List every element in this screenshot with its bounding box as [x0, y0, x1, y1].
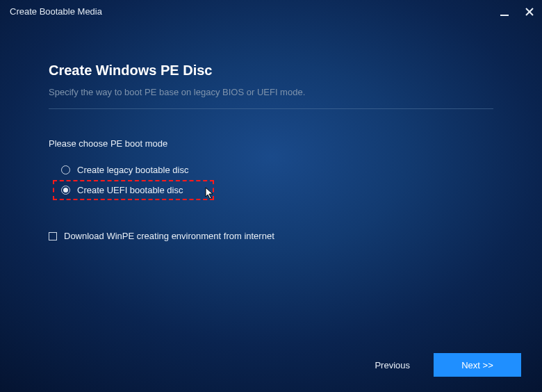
radio-icon: [61, 165, 70, 174]
content-area: Create Windows PE Disc Specify the way t…: [49, 63, 493, 241]
divider: [49, 108, 493, 109]
radio-label: Create UEFI bootable disc: [77, 185, 183, 195]
footer: Previous Next >>: [375, 353, 521, 377]
download-winpe-checkbox-row[interactable]: Download WinPE creating environment from…: [49, 231, 493, 241]
minimize-icon[interactable]: [499, 6, 510, 17]
next-button-label: Next >>: [461, 360, 493, 370]
radio-label: Create legacy bootable disc: [77, 165, 188, 175]
checkbox-icon: [49, 232, 57, 240]
radio-option-uefi[interactable]: Create UEFI bootable disc: [56, 181, 493, 199]
close-icon[interactable]: [524, 6, 535, 17]
window-title: Create Bootable Media: [10, 6, 102, 17]
next-button[interactable]: Next >>: [434, 353, 521, 377]
titlebar: Create Bootable Media: [0, 0, 542, 23]
boot-mode-section-label: Please choose PE boot mode: [49, 138, 493, 149]
cursor-icon: [205, 187, 215, 203]
titlebar-controls: [499, 6, 535, 17]
create-bootable-media-window: Create Bootable Media Create Windows PE …: [0, 0, 542, 392]
previous-button[interactable]: Previous: [375, 360, 410, 370]
radio-icon: [61, 186, 70, 195]
radio-option-legacy[interactable]: Create legacy bootable disc: [56, 161, 493, 179]
checkbox-label: Download WinPE creating environment from…: [64, 231, 274, 241]
page-title: Create Windows PE Disc: [49, 63, 493, 79]
page-subtitle: Specify the way to boot PE base on legac…: [49, 87, 493, 97]
